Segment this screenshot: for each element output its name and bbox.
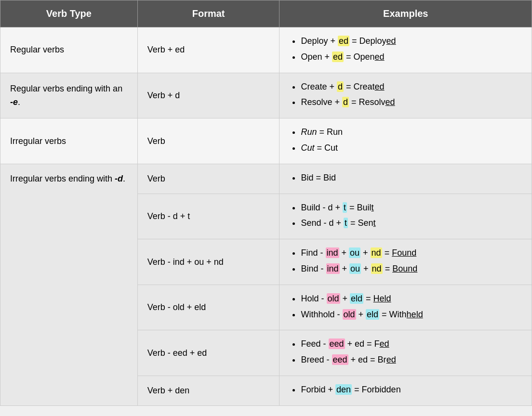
header-examples: Examples	[279, 0, 532, 27]
format-cell: Verb - ind + ou + nd	[137, 239, 279, 285]
format-cell: Verb - d + t	[137, 194, 279, 239]
header-row: Verb Type Format Examples	[0, 0, 532, 27]
format-cell: Verb - old + eld	[137, 285, 279, 330]
examples-cell: Deploy + ed = Deployed Open + ed = Opene…	[279, 27, 532, 73]
examples-cell: Hold - old + eld = Held Withhold - old +…	[279, 285, 532, 330]
examples-cell: Run = Run Cut = Cut	[279, 118, 532, 164]
table-row: Regular verbs Verb + ed Deploy + ed = De…	[0, 27, 532, 73]
verb-types-table: Verb Type Format Examples Regular verbs …	[0, 0, 532, 406]
format-cell: Verb + ed	[137, 27, 279, 73]
verb-type-cell: Regular verbs	[0, 27, 138, 73]
header-verb-type: Verb Type	[0, 0, 138, 27]
examples-cell: Find - ind + ou + nd = Found Bind - ind …	[279, 239, 532, 285]
format-cell: Verb + den	[137, 376, 279, 405]
table-row: Regular verbs ending with an -e. Verb + …	[0, 73, 532, 118]
format-cell: Verb	[137, 118, 279, 164]
examples-cell: Bid = Bid	[279, 164, 532, 194]
header-format: Format	[137, 0, 279, 27]
table-row: Irregular verbs Verb Run = Run Cut = Cut	[0, 118, 532, 164]
table-row: Irregular verbs ending with -d. Verb Bid…	[0, 164, 532, 194]
verb-type-cell: Irregular verbs ending with -d.	[0, 164, 138, 405]
examples-cell: Create + d = Created Resolve + d = Resol…	[279, 73, 532, 118]
verb-type-cell: Irregular verbs	[0, 118, 138, 164]
verb-type-cell: Regular verbs ending with an -e.	[0, 73, 138, 118]
format-cell: Verb + d	[137, 73, 279, 118]
main-table-container: Verb Type Format Examples Regular verbs …	[0, 0, 532, 406]
examples-cell: Build - d + t = Built Send - d + t = Sen…	[279, 194, 532, 239]
examples-cell: Forbid + den = Forbidden	[279, 376, 532, 405]
format-cell: Verb	[137, 164, 279, 194]
format-cell: Verb - eed + ed	[137, 330, 279, 376]
examples-cell: Feed - eed + ed = Fed Breed - eed + ed =…	[279, 330, 532, 376]
